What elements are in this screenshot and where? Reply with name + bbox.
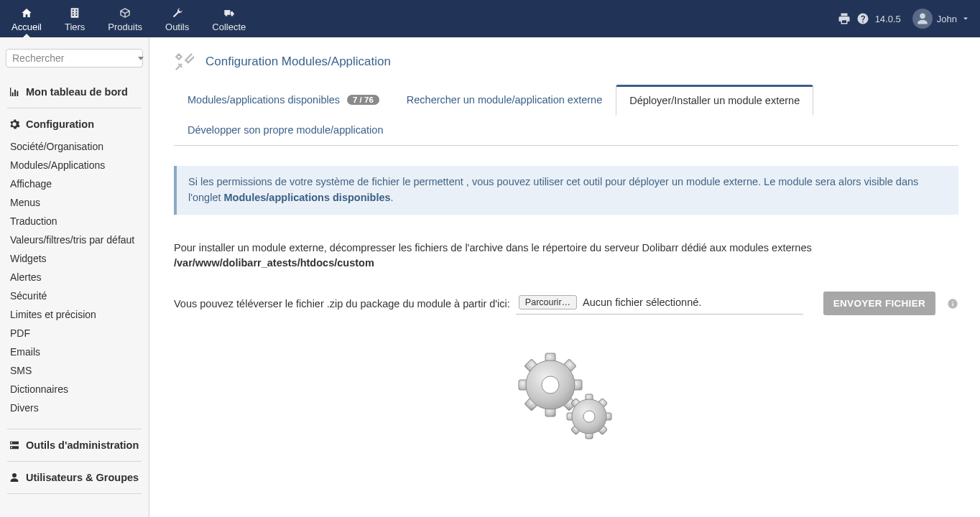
- topnav-left: Accueil Tiers Produits Outils Collecte: [0, 0, 257, 37]
- sidebar-item-valeurs[interactable]: Valeurs/filtres/tris par défaut: [6, 230, 143, 249]
- sidebar-heading-users-groups[interactable]: Utilisateurs & Groupes: [6, 466, 143, 489]
- sidebar-config-group: Société/Organisation Modules/Application…: [6, 136, 143, 424]
- topnav-item-accueil[interactable]: Accueil: [0, 0, 53, 37]
- sidebar-item-alertes[interactable]: Alertes: [6, 268, 143, 287]
- home-icon: [21, 7, 32, 19]
- sidebar-item-modules[interactable]: Modules/Applications: [6, 156, 143, 174]
- search-input[interactable]: [12, 52, 138, 64]
- tabs-row: Modules/applications disponibles 7 / 76 …: [174, 85, 958, 115]
- user-name: John: [937, 14, 957, 24]
- topnav-item-outils[interactable]: Outils: [154, 0, 200, 37]
- sidebar-divider: [7, 493, 142, 494]
- sidebar-heading-dashboard[interactable]: Mon tableau de bord: [6, 80, 143, 103]
- sidebar-item-emails[interactable]: Emails: [6, 343, 143, 361]
- tab-label: Déployer/Installer un module externe: [629, 95, 800, 106]
- sidebar-search[interactable]: [6, 49, 143, 67]
- tab-label: Développer son propre module/application: [188, 124, 383, 136]
- sidebar-item-divers[interactable]: Divers: [6, 399, 143, 417]
- sidebar-item-societe[interactable]: Société/Organisation: [6, 137, 143, 156]
- instruction-line1: Pour installer un module externe, décomp…: [174, 242, 812, 253]
- gears-illustration: [174, 348, 958, 448]
- page-title-text: Configuration Modules/Application: [205, 55, 391, 69]
- sidebar-item-menus[interactable]: Menus: [6, 193, 143, 212]
- print-icon: [838, 12, 851, 25]
- svg-point-19: [583, 411, 595, 422]
- chevron-down-icon: [961, 14, 970, 23]
- tab-badge: 7 / 76: [347, 95, 379, 105]
- sidebar-heading-label: Configuration: [26, 118, 94, 130]
- gear-icon: [9, 118, 20, 130]
- file-picker[interactable]: Parcourir… Aucun fichier sélectionné.: [516, 292, 803, 315]
- help-icon: [856, 12, 869, 25]
- info-strong: Modules/applications disponibles: [224, 192, 391, 203]
- wrench-icon: [172, 7, 183, 19]
- info-text-after: .: [391, 192, 394, 203]
- tab-developper[interactable]: Développer son propre module/application: [174, 115, 397, 145]
- user-icon: [915, 11, 930, 26]
- user-menu[interactable]: John: [912, 9, 970, 29]
- topnav-item-collecte[interactable]: Collecte: [200, 0, 257, 37]
- sidebar-item-pdf[interactable]: PDF: [6, 324, 143, 343]
- sidebar-item-affichage[interactable]: Affichage: [6, 174, 143, 193]
- topnav-label: Collecte: [212, 22, 246, 32]
- version-text: 14.0.5: [875, 14, 901, 24]
- sidebar-divider: [7, 108, 142, 108]
- sidebar-item-widgets[interactable]: Widgets: [6, 249, 143, 268]
- upload-submit-button[interactable]: ENVOYER FICHIER: [823, 292, 935, 315]
- topnav-item-produits[interactable]: Produits: [96, 0, 154, 37]
- print-button[interactable]: [838, 12, 851, 25]
- user-icon: [9, 472, 20, 483]
- topnav-right: 14.0.5 John: [838, 0, 980, 37]
- sidebar-heading-label: Utilisateurs & Groupes: [26, 472, 139, 483]
- truck-icon: [223, 7, 235, 19]
- sidebar-heading-label: Mon tableau de bord: [26, 86, 128, 98]
- topnav-label: Tiers: [65, 22, 85, 32]
- cube-icon: [119, 7, 131, 19]
- main-area: Mon tableau de bord Configuration Sociét…: [0, 37, 980, 517]
- tabs-container: Modules/applications disponibles 7 / 76 …: [174, 85, 958, 146]
- tab-rechercher-externe[interactable]: Rechercher un module/application externe: [393, 85, 616, 115]
- avatar: [912, 9, 933, 29]
- topnav-item-tiers[interactable]: Tiers: [53, 0, 96, 37]
- install-instruction: Pour installer un module externe, décomp…: [174, 241, 958, 272]
- sidebar-item-dictionnaires[interactable]: Dictionnaires: [6, 380, 143, 399]
- tab-label: Modules/applications disponibles: [188, 94, 340, 106]
- sidebar-item-securite[interactable]: Sécurité: [6, 287, 143, 305]
- sidebar-item-traduction[interactable]: Traduction: [6, 212, 143, 230]
- sidebar-heading-label: Outils d'administration: [26, 439, 139, 451]
- browse-button[interactable]: Parcourir…: [519, 295, 577, 309]
- upload-label: Vous pouvez téléverser le fichier .zip d…: [174, 298, 510, 309]
- sidebar-divider: [7, 429, 142, 429]
- topnav-label: Outils: [165, 22, 189, 32]
- building-icon: [69, 7, 80, 19]
- tabs-row-2: Développer son propre module/application: [174, 115, 958, 145]
- server-icon: [9, 439, 20, 451]
- sidebar-item-sms[interactable]: SMS: [6, 361, 143, 380]
- topnav-label: Accueil: [11, 22, 42, 32]
- info-icon: [947, 298, 958, 309]
- gears-icon: [509, 348, 624, 448]
- help-button[interactable]: [856, 12, 869, 25]
- sidebar-heading-admin-tools[interactable]: Outils d'administration: [6, 434, 143, 457]
- page-title: Configuration Modules/Application: [174, 52, 958, 72]
- sidebar-item-limites[interactable]: Limites et précision: [6, 305, 143, 324]
- file-selected-text: Aucun fichier sélectionné.: [583, 297, 701, 308]
- tab-modules-disponibles[interactable]: Modules/applications disponibles 7 / 76: [174, 85, 393, 115]
- svg-point-9: [542, 376, 559, 393]
- info-button[interactable]: [947, 298, 958, 309]
- chart-bar-icon: [9, 86, 20, 98]
- top-navbar: Accueil Tiers Produits Outils Collecte 1…: [0, 0, 980, 37]
- sidebar-heading-configuration[interactable]: Configuration: [6, 113, 143, 136]
- sidebar-divider: [7, 461, 142, 462]
- tools-icon: [174, 52, 194, 72]
- chevron-down-icon: [138, 57, 144, 60]
- sidebar: Mon tableau de bord Configuration Sociét…: [0, 37, 149, 517]
- info-box: Si les permissions de votre système de f…: [174, 166, 958, 215]
- tab-deployer-installer[interactable]: Déployer/Installer un module externe: [616, 85, 813, 116]
- install-path: /var/www/dolibarr_atests/htdocs/custom: [174, 257, 374, 269]
- topnav-label: Produits: [108, 22, 142, 32]
- tab-label: Rechercher un module/application externe: [407, 94, 602, 106]
- upload-row: Vous pouvez téléverser le fichier .zip d…: [174, 292, 958, 315]
- content-area: Configuration Modules/Application Module…: [149, 37, 980, 517]
